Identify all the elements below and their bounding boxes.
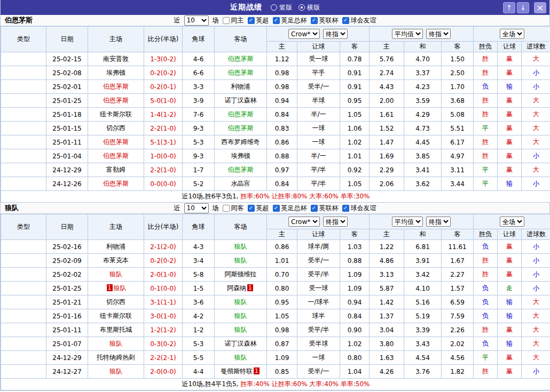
avg-away-odds: 6.59 <box>442 295 474 309</box>
league-filter[interactable]: ✓英联杯 <box>311 16 339 25</box>
league-filter[interactable]: ✓英足总杯 <box>273 204 307 213</box>
league-badge: 英超 <box>1 365 46 379</box>
handicap-away-odds: 0.90 <box>340 323 370 337</box>
same-venue-checkbox[interactable] <box>223 17 230 24</box>
handicap-home-odds: 0.85 <box>267 365 297 379</box>
summary-stats: 胜率:40% 让胜率:60% 大率:40% 单率:50% <box>240 380 370 388</box>
result-outcome: 平 <box>474 351 498 365</box>
team-name-text: 狼队 <box>234 257 247 264</box>
league-filter-label: 英足总杯 <box>281 16 307 25</box>
league-checkbox[interactable]: ✓ <box>342 205 349 212</box>
odds-provider-select[interactable]: Crow* <box>288 217 320 227</box>
home-team: 托特纳姆热刺 <box>88 351 144 365</box>
league-filter[interactable]: ✓英联杯 <box>311 204 339 213</box>
avg-draw-odds: 6.81 <box>404 240 442 254</box>
average-stage-select[interactable]: 终指 <box>426 217 451 227</box>
layout-radio-selected[interactable]: 横版 <box>298 3 320 12</box>
league-filter[interactable]: ✓球会友谊 <box>342 16 376 25</box>
match-count-select[interactable]: 10 <box>184 203 209 213</box>
average-stage-select[interactable]: 终指 <box>426 29 451 39</box>
result-outcome: 胜 <box>474 254 498 268</box>
home-team: 狼队 <box>88 337 144 351</box>
avg-home-odds: 3.13 <box>370 268 404 282</box>
col-score: 比分(半场) <box>144 214 183 240</box>
match-count-select[interactable]: 10 <box>184 15 209 26</box>
header-row-top: 类型 日期 主场 比分(半场) 角球 客场 Crow*终指 平均值终指 全场 <box>1 214 550 229</box>
corner-score: 1-2 <box>183 323 215 337</box>
subcolumn-header: 主 <box>370 42 404 52</box>
handicap-line: 半/一 <box>297 149 340 163</box>
odds-provider-select[interactable]: Crow* <box>288 29 320 39</box>
result-goals: 小 <box>522 149 550 163</box>
league-badge: 英超 <box>1 282 46 295</box>
league-checkbox[interactable]: ✓ <box>248 17 255 24</box>
league-checkbox[interactable]: ✓ <box>311 205 318 212</box>
move-up-button[interactable]: ↑ <box>503 2 515 13</box>
same-venue-filter[interactable]: 同客 <box>223 204 244 213</box>
result-handicap: 赢 <box>498 254 522 268</box>
league-filter[interactable]: ✓英足总杯 <box>273 16 307 25</box>
move-down-button[interactable]: ↓ <box>517 2 529 13</box>
team-name-text: 伯恩茅斯 <box>103 138 129 146</box>
same-venue-checkbox[interactable] <box>223 205 230 212</box>
handicap-home-odds: 0.70 <box>267 268 297 282</box>
corner-score: 5-5 <box>183 351 215 365</box>
col-date: 日期 <box>46 27 88 52</box>
league-filter[interactable]: ✓英超 <box>248 204 269 213</box>
red-card-badge: 1 <box>107 284 113 291</box>
avg-away-odds: 1.57 <box>442 282 474 295</box>
result-goals: 小 <box>522 177 550 191</box>
team-name-text: 纽卡斯尔联 <box>100 110 132 118</box>
match-scope-select[interactable]: 全场 <box>500 29 524 39</box>
handicap-home-odds: 1.12 <box>267 52 297 66</box>
match-row: 英超24-12-26伯恩茅斯0-0(0-0)5-2水晶宫0.84平/半1.052… <box>1 177 550 191</box>
subcolumn-header: 和 <box>404 42 442 52</box>
league-checkbox[interactable]: ✓ <box>342 17 349 24</box>
league-checkbox[interactable]: ✓ <box>311 17 318 24</box>
handicap-home-odds: 0.98 <box>267 323 297 337</box>
handicap-away-odds: 1.02 <box>340 135 370 149</box>
result-outcome: 胜 <box>474 52 498 66</box>
average-odds-select[interactable]: 平均值 <box>392 29 423 39</box>
team-name-text: 利物浦 <box>106 243 125 250</box>
same-venue-filter[interactable]: 同主 <box>223 16 244 25</box>
odds-stage-select[interactable]: 终指 <box>323 29 348 39</box>
average-odds-select[interactable]: 平均值 <box>392 217 423 227</box>
league-badge: 英超 <box>1 295 46 309</box>
handicap-line: 受半/一 <box>297 80 340 94</box>
away-team: 利物浦 <box>215 80 267 94</box>
match-score: 2-1(2-0) <box>144 240 183 254</box>
avg-home-odds: 1.37 <box>370 309 404 323</box>
league-filter[interactable]: ✓球会友谊 <box>342 204 376 213</box>
radio-icon[interactable] <box>298 4 305 11</box>
handicap-line: 受半球 <box>297 337 340 351</box>
subcolumn-header: 主 <box>267 42 297 52</box>
match-row: 英足总杯25-02-09布莱克本0-2(0-2)3-4狼队1.01受半/一0.8… <box>1 254 550 268</box>
match-row: 英超25-01-04伯恩茅斯1-0(0-0)9-3埃弗顿0.88半/一1.011… <box>1 149 550 163</box>
layout-radio[interactable]: 竖版 <box>271 3 292 12</box>
result-outcome: 负 <box>474 295 498 309</box>
home-team: 狼队 <box>88 365 144 379</box>
league-checkbox[interactable]: ✓ <box>273 17 280 24</box>
league-checkbox[interactable]: ✓ <box>248 205 255 212</box>
avg-home-odds: 2.29 <box>370 163 404 177</box>
result-goals: 小 <box>522 240 550 254</box>
handicap-line: 受平/半 <box>297 323 340 337</box>
match-score: 0-1(0-0) <box>144 282 183 295</box>
handicap-line: 一球 <box>297 122 340 135</box>
radio-icon[interactable] <box>271 4 277 11</box>
match-scope-select[interactable]: 全场 <box>500 217 524 227</box>
close-button[interactable]: × <box>534 2 546 13</box>
match-date: 25-02-08 <box>46 66 88 80</box>
result-handicap: 赢 <box>498 135 522 149</box>
home-team: 富勒姆 <box>88 163 144 177</box>
match-row: 英超25-01-251狼队0-1(0-0)1-5阿森纳10.80受一球1.095… <box>1 282 550 295</box>
league-badge: 英足总杯 <box>1 66 46 80</box>
league-filter[interactable]: ✓英超 <box>248 16 269 25</box>
match-score: 3-1(1-1) <box>144 295 183 309</box>
odds-stage-select[interactable]: 终指 <box>323 217 348 227</box>
team-name-text: 埃弗顿 <box>231 152 250 159</box>
table-header: 类型 日期 主场 比分(半场) 角球 客场 Crow*终指 平均值终指 全场 主… <box>1 214 550 240</box>
league-badge: 英超 <box>1 52 46 66</box>
league-checkbox[interactable]: ✓ <box>273 205 280 212</box>
